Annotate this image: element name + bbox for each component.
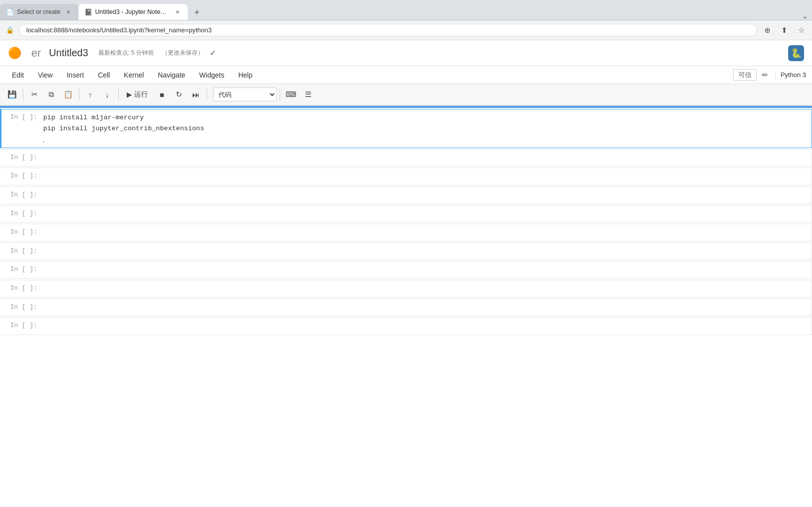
trusted-button[interactable]: 可信 bbox=[733, 69, 757, 81]
cell-7-content[interactable] bbox=[41, 243, 812, 260]
toolbar-sep-1 bbox=[23, 88, 23, 100]
cell-9-content[interactable] bbox=[41, 280, 812, 297]
checkpoint-info: 最新检查点: 5 分钟前 bbox=[98, 49, 154, 57]
cell-9-prompt: In [ ]: bbox=[1, 280, 41, 297]
cell-5-prompt: In [ ]: bbox=[1, 206, 41, 223]
move-down-button[interactable]: ↓ bbox=[99, 86, 115, 102]
browser-tabs-bar: 📄 Select or create ✕ 📓 Untitled3 - Jupyt… bbox=[0, 0, 812, 20]
cell-4-prompt: In [ ]: bbox=[1, 187, 41, 204]
cell-11-content[interactable] bbox=[41, 318, 812, 335]
cell-3-prompt: In [ ]: bbox=[1, 168, 41, 185]
cell-10[interactable]: In [ ]: bbox=[0, 299, 812, 317]
cell-list-button[interactable]: ☰ bbox=[300, 86, 316, 102]
cell-3-content[interactable] bbox=[41, 168, 812, 185]
cell-3[interactable]: In [ ]: bbox=[0, 168, 812, 185]
edit-pencil-icon[interactable]: ✏ bbox=[759, 70, 771, 81]
app-name-partial: er bbox=[31, 47, 41, 60]
tab2-favicon: 📓 bbox=[84, 8, 91, 15]
bookmark-icon[interactable]: ☆ bbox=[796, 25, 806, 35]
cell-2-content[interactable] bbox=[41, 150, 812, 167]
cell-11[interactable]: In [ ]: bbox=[0, 317, 812, 335]
url-input[interactable] bbox=[19, 24, 757, 36]
menu-navigate[interactable]: Navigate bbox=[152, 69, 191, 81]
toolbar-sep-2 bbox=[79, 88, 79, 100]
run-icon: ▶ bbox=[127, 90, 132, 98]
cell-11-prompt: In [ ]: bbox=[1, 318, 41, 335]
menu-help[interactable]: Help bbox=[232, 69, 259, 81]
cell-2-prompt: In [ ]: bbox=[1, 150, 41, 167]
unsaved-changes: （更改未保存） bbox=[162, 49, 204, 57]
python-logo: 🐍 bbox=[788, 45, 804, 61]
menu-cell[interactable]: Cell bbox=[92, 69, 116, 81]
toolbar-sep-4 bbox=[207, 88, 207, 100]
menu-bar: Edit View Insert Cell Kernel Navigate Wi… bbox=[0, 66, 812, 84]
notebook-area: In [ ]: pip install mljar-mercury pip in… bbox=[0, 108, 812, 507]
restart-button[interactable]: ↻ bbox=[171, 86, 187, 102]
cell-8[interactable]: In [ ]: bbox=[0, 261, 812, 279]
menu-view[interactable]: View bbox=[32, 69, 59, 81]
tab-jupyter-notebook[interactable]: 📓 Untitled3 - Jupyter Notebook ✕ bbox=[78, 4, 188, 20]
menu-edit[interactable]: Edit bbox=[6, 69, 30, 81]
cell-6[interactable]: In [ ]: bbox=[0, 224, 812, 242]
tab1-title: Select or create bbox=[17, 8, 61, 15]
cell-1-prompt: In [ ]: bbox=[1, 109, 41, 148]
cell-1-line-1: pip install mljar-mercury bbox=[43, 112, 810, 123]
tab1-favicon: 📄 bbox=[6, 8, 13, 15]
cell-10-prompt: In [ ]: bbox=[1, 299, 41, 316]
cell-9[interactable]: In [ ]: bbox=[0, 280, 812, 298]
cell-type-select[interactable]: 代码 Markdown Raw NBConvert Heading bbox=[213, 87, 277, 101]
stop-button[interactable]: ■ bbox=[154, 86, 170, 102]
save-checkmark-button[interactable]: ✓ bbox=[210, 48, 216, 58]
jupyter-header: 🟠 er Untitled3 最新检查点: 5 分钟前 （更改未保存） ✓ 🐍 bbox=[0, 40, 812, 66]
cell-8-content[interactable] bbox=[41, 261, 812, 278]
run-label: 运行 bbox=[134, 90, 148, 99]
cell-8-prompt: In [ ]: bbox=[1, 261, 41, 278]
menu-widgets[interactable]: Widgets bbox=[193, 69, 230, 81]
cell-2[interactable]: In [ ]: bbox=[0, 149, 812, 167]
move-up-button[interactable]: ↑ bbox=[82, 86, 98, 102]
keyboard-shortcut-button[interactable]: ⌨ bbox=[283, 86, 299, 102]
cell-1-content[interactable]: pip install mljar-mercury pip install ju… bbox=[41, 109, 812, 148]
cell-4[interactable]: In [ ]: bbox=[0, 186, 812, 204]
cell-6-content[interactable] bbox=[41, 224, 812, 241]
cell-1-cursor bbox=[43, 142, 44, 143]
fast-forward-button[interactable]: ⏭ bbox=[188, 86, 204, 102]
tabs-dropdown-button[interactable]: ⌄ bbox=[802, 12, 812, 20]
save-button[interactable]: 💾 bbox=[4, 86, 20, 102]
tab1-close-button[interactable]: ✕ bbox=[65, 8, 73, 16]
cell-7-prompt: In [ ]: bbox=[1, 243, 41, 260]
cell-7[interactable]: In [ ]: bbox=[0, 243, 812, 260]
copy-button[interactable]: ⧉ bbox=[43, 86, 59, 102]
notebook-title[interactable]: Untitled3 bbox=[49, 47, 88, 59]
cell-1[interactable]: In [ ]: pip install mljar-mercury pip in… bbox=[0, 109, 812, 148]
cell-5-content[interactable] bbox=[41, 206, 812, 223]
toolbar-sep-3 bbox=[118, 88, 119, 100]
toolbar: 💾 ✂ ⧉ 📋 ↑ ↓ ▶ 运行 ■ ↻ ⏭ 代码 Markdown Raw N… bbox=[0, 84, 812, 106]
menu-insert[interactable]: Insert bbox=[61, 69, 90, 81]
browser-action-icons: ⊕ ⬆ ☆ bbox=[762, 25, 806, 35]
zoom-icon[interactable]: ⊕ bbox=[762, 25, 772, 35]
kernel-name: Python 3 bbox=[775, 71, 806, 79]
cell-1-line-2: pip install jupyter_contrib_nbextensions bbox=[43, 123, 810, 134]
cell-5[interactable]: In [ ]: bbox=[0, 205, 812, 223]
cell-6-prompt: In [ ]: bbox=[1, 224, 41, 241]
run-button[interactable]: ▶ 运行 bbox=[122, 88, 153, 101]
tab2-close-button[interactable]: ✕ bbox=[174, 8, 182, 16]
new-tab-button[interactable]: + bbox=[190, 5, 205, 20]
address-bar: 🔒 ⊕ ⬆ ☆ bbox=[0, 20, 812, 40]
toolbar-sep-5 bbox=[280, 88, 280, 100]
paste-button[interactable]: 📋 bbox=[60, 86, 76, 102]
tab-select-create[interactable]: 📄 Select or create ✕ bbox=[0, 4, 78, 20]
cell-4-content[interactable] bbox=[41, 187, 812, 204]
menu-kernel[interactable]: Kernel bbox=[118, 69, 149, 81]
tab2-title: Untitled3 - Jupyter Notebook bbox=[95, 8, 170, 15]
jupyter-logo: 🟠 bbox=[8, 47, 21, 60]
security-icon: 🔒 bbox=[6, 26, 14, 34]
share-icon[interactable]: ⬆ bbox=[779, 25, 789, 35]
scissors-button[interactable]: ✂ bbox=[26, 86, 42, 102]
cell-10-content[interactable] bbox=[41, 299, 812, 316]
